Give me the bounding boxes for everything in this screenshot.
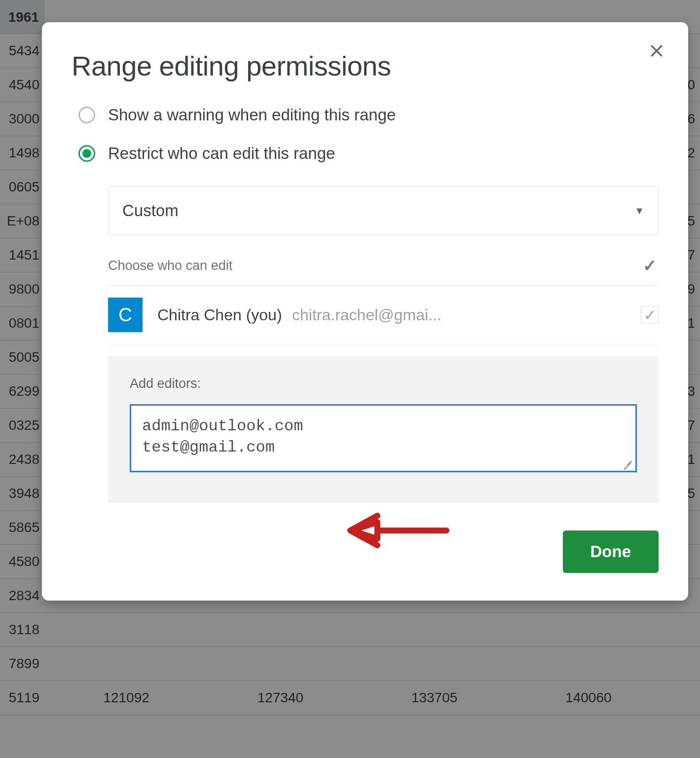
done-button[interactable]: Done: [563, 531, 659, 573]
choose-who-header: Choose who can edit ✓: [108, 257, 659, 286]
option-restrict-label: Restrict who can edit this range: [108, 144, 335, 163]
dialog-title: Range editing permissions: [72, 50, 659, 82]
editor-row-owner: C Chitra Chen (you) chitra.rachel@gmai..…: [108, 286, 659, 344]
editor-email: chitra.rachel@gmai...: [292, 306, 442, 324]
select-all-checkbox[interactable]: ✓: [641, 257, 659, 274]
add-editors-label: Add editors:: [130, 376, 637, 391]
radio-unselected-icon: [78, 107, 95, 123]
table-row: 3118: [0, 613, 700, 647]
editor-name: Chitra Chen (you): [157, 306, 282, 324]
option-show-warning-label: Show a warning when editing this range: [108, 106, 396, 124]
add-editors-input-wrap: [130, 404, 637, 472]
restriction-mode-select[interactable]: Custom ▼: [108, 187, 659, 235]
range-permissions-dialog: Range editing permissions Show a warning…: [42, 22, 688, 601]
avatar: C: [108, 298, 143, 332]
option-show-warning[interactable]: Show a warning when editing this range: [78, 106, 659, 124]
caret-down-icon: ▼: [634, 205, 644, 217]
radio-selected-icon: [78, 145, 95, 162]
table-row: 7899: [0, 647, 700, 681]
table-row: 5119121092127340133705140060: [0, 681, 700, 715]
restriction-mode-value: Custom: [122, 201, 179, 220]
choose-who-label: Choose who can edit: [108, 258, 232, 273]
add-editors-panel: Add editors:: [108, 356, 659, 503]
editor-checkbox[interactable]: ✓: [641, 306, 659, 324]
option-restrict[interactable]: Restrict who can edit this range: [78, 144, 659, 163]
add-editors-input[interactable]: [142, 416, 625, 463]
resize-handle-icon[interactable]: [622, 457, 632, 468]
close-icon: [648, 42, 665, 61]
close-button[interactable]: [646, 41, 667, 63]
